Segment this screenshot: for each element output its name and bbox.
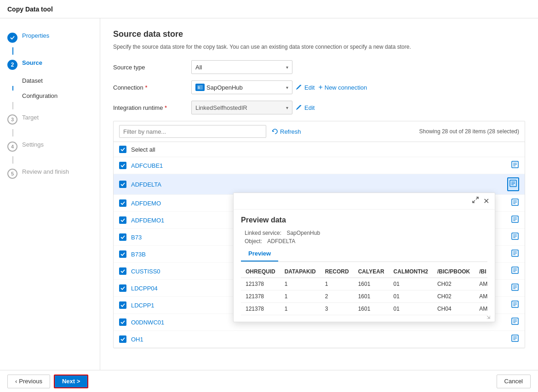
edit-icon — [296, 84, 303, 91]
item-checkbox[interactable] — [119, 233, 126, 241]
sidebar-item-source[interactable]: 2 Source — [0, 55, 100, 74]
sidebar-label-properties: Properties — [22, 32, 49, 39]
connection-dropdown[interactable]: S SapOpenHub ▾ — [191, 80, 292, 94]
preview-icon-active[interactable] — [507, 177, 519, 191]
item-name: CUSTISS0 — [131, 268, 160, 275]
col-header: RECORD — [321, 266, 354, 278]
sidebar-label-source: Source — [22, 59, 42, 66]
list-item[interactable]: ADFCUBE1 — [114, 157, 525, 174]
item-checkbox[interactable] — [119, 335, 126, 343]
col-header: DATAPAKID — [280, 266, 321, 278]
sidebar-item-review[interactable]: 5 Review and finish — [0, 164, 100, 183]
source-type-label: Source type — [113, 64, 191, 71]
expand-icon[interactable] — [472, 197, 479, 205]
col-header: CALYEAR — [354, 266, 389, 278]
sidebar: Properties 2 Source Dataset Configuratio… — [0, 18, 100, 392]
item-name: ADFCUBE1 — [131, 162, 163, 169]
step-circle-target: 3 — [7, 114, 17, 125]
preview-icon-btn[interactable] — [511, 215, 519, 225]
footer: ‹ Previous Next > Cancel — [0, 370, 538, 392]
preview-icon-btn[interactable] — [511, 300, 519, 310]
preview-title: Preview data — [241, 216, 487, 224]
select-all-checkbox[interactable] — [119, 146, 126, 153]
item-name: ADFDEMO1 — [131, 217, 164, 224]
integration-runtime-value: LinkedSelfhostedIR — [195, 104, 282, 111]
sidebar-sub-dataset: Dataset — [22, 75, 100, 86]
header: Copy Data tool — [0, 0, 538, 18]
select-all-label: Select all — [131, 146, 155, 153]
preview-icon-btn[interactable] — [511, 334, 519, 344]
preview-panel: ✕ Preview data Linked service: SapOpenHu… — [233, 193, 495, 322]
item-name: OH1 — [131, 336, 143, 343]
source-type-arrow: ▾ — [286, 65, 288, 70]
step-circle-review: 5 — [7, 169, 17, 179]
refresh-icon — [272, 128, 278, 135]
plus-icon: + — [318, 84, 322, 91]
preview-icon-btn[interactable] — [511, 266, 519, 276]
item-name: LDCPP1 — [131, 302, 155, 309]
col-header: /BIC/PBOOK — [433, 266, 475, 278]
preview-table: OHREQUID DATAPAKID RECORD CALYEAR CALMON… — [241, 266, 487, 315]
cancel-button[interactable]: Cancel — [497, 375, 531, 388]
sidebar-item-target[interactable]: 3 Target — [0, 109, 100, 129]
previous-button[interactable]: ‹ Previous — [7, 375, 50, 388]
col-header: CALMONTH2 — [389, 266, 433, 278]
preview-linked-service: Linked service: SapOpenHub — [241, 230, 487, 236]
item-name: LDCPP04 — [131, 285, 158, 292]
connection-icon: S — [195, 84, 205, 91]
preview-icon-btn[interactable] — [511, 232, 519, 242]
item-name: O0DNWC01 — [131, 319, 164, 326]
refresh-button[interactable]: Refresh — [272, 128, 301, 135]
edit-connection-link[interactable]: Edit — [296, 84, 315, 91]
preview-icon-btn[interactable] — [511, 160, 519, 170]
close-icon[interactable]: ✕ — [483, 197, 489, 205]
item-checkbox[interactable] — [119, 250, 126, 258]
sidebar-label-settings: Settings — [22, 141, 44, 148]
integration-arrow: ▾ — [286, 105, 288, 110]
sidebar-item-properties[interactable]: Properties — [0, 28, 100, 47]
preview-panel-header: ✕ — [234, 193, 495, 210]
preview-object: Object: ADFDELTA — [241, 238, 487, 244]
header-title: Copy Data tool — [7, 6, 53, 13]
next-button[interactable]: Next > — [54, 375, 88, 388]
connection-required: * — [145, 84, 147, 91]
preview-icon-btn[interactable] — [511, 198, 519, 208]
list-item[interactable]: OH1 — [114, 331, 525, 348]
item-checkbox[interactable] — [119, 199, 126, 207]
item-name: ADFDEMO — [131, 200, 161, 207]
list-item-highlighted[interactable]: ADFDELTA — [114, 174, 525, 195]
col-header: OHREQUID — [241, 266, 280, 278]
table-row: 121378 1 1 1601 01 CH02 AM — [241, 278, 487, 290]
resize-handle[interactable] — [486, 313, 493, 320]
item-name: B73 — [131, 234, 142, 241]
integration-runtime-dropdown[interactable]: LinkedSelfhostedIR ▾ — [191, 101, 292, 114]
integration-required: * — [165, 104, 167, 111]
sidebar-item-settings[interactable]: 4 Settings — [0, 136, 100, 156]
item-checkbox[interactable] — [119, 301, 126, 309]
step-circle-settings: 4 — [7, 142, 17, 152]
integration-runtime-label: Integration runtime * — [113, 104, 191, 111]
step-circle-properties — [7, 33, 17, 43]
preview-icon-btn[interactable] — [511, 283, 519, 293]
item-checkbox[interactable] — [119, 284, 126, 292]
item-checkbox[interactable] — [119, 216, 126, 224]
preview-icon-btn[interactable] — [511, 317, 519, 327]
item-checkbox[interactable] — [119, 162, 126, 169]
item-checkbox[interactable] — [119, 181, 126, 188]
item-checkbox[interactable] — [119, 318, 126, 326]
filter-input[interactable] — [119, 125, 266, 138]
sidebar-sub-configuration: Configuration — [22, 91, 100, 101]
connection-value: SapOpenHub — [206, 84, 282, 91]
source-type-dropdown[interactable]: All ▾ — [191, 60, 292, 74]
item-checkbox[interactable] — [119, 267, 126, 275]
preview-tab[interactable]: Preview — [241, 246, 278, 261]
select-all-row[interactable]: Select all — [114, 142, 525, 157]
showing-text: Showing 28 out of 28 items (28 selected) — [419, 128, 519, 135]
edit-runtime-link[interactable]: Edit — [296, 104, 315, 111]
item-name: ADFDELTA — [131, 181, 161, 188]
new-connection-link[interactable]: + New connection — [318, 84, 367, 91]
step-circle-source: 2 — [7, 60, 17, 70]
table-row: 121378 1 2 1601 01 CH02 AM — [241, 290, 487, 303]
table-row: 121378 1 3 1601 01 CH04 AM — [241, 303, 487, 315]
preview-icon-btn[interactable] — [511, 249, 519, 259]
